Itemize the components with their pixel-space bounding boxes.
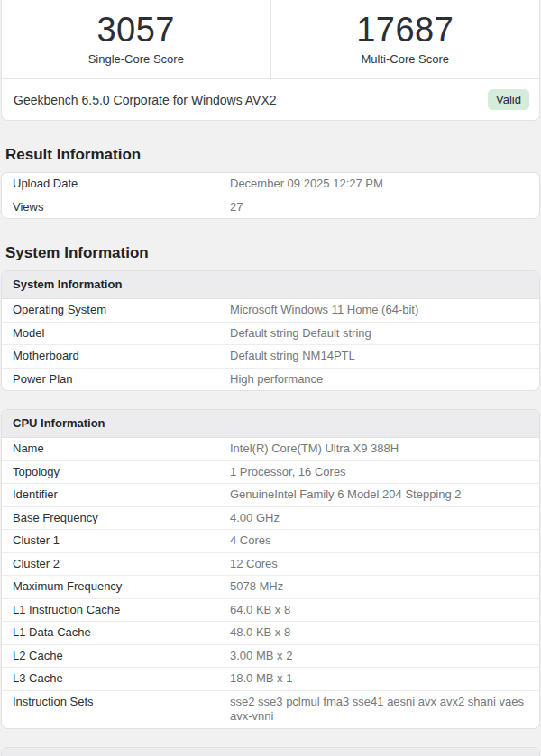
- table-row: Cluster 212 Cores: [2, 552, 539, 576]
- row-label: Model: [2, 323, 230, 345]
- row-label: Motherboard: [2, 345, 230, 368]
- row-label: Cluster 1: [2, 530, 230, 552]
- row-label: Name: [2, 438, 230, 460]
- table-row: L3 Cache18.0 MB x 1: [2, 667, 539, 690]
- table-row: Cluster 14 Cores: [2, 529, 539, 552]
- row-label: Cluster 2: [2, 553, 230, 576]
- row-value: High performance: [230, 369, 539, 391]
- row-label: Instruction Sets: [2, 691, 230, 714]
- row-label: Base Frequency: [2, 507, 230, 530]
- result-information-heading: Result Information: [5, 146, 541, 164]
- row-value: 12 Cores: [230, 553, 539, 576]
- row-value: 5078 MHz: [230, 576, 539, 598]
- row-value: 48.0 KB x 8: [230, 622, 539, 644]
- benchmark-version-row: Geekbench 6.5.0 Corporate for Windows AV…: [2, 79, 539, 120]
- row-value: 4 Cores: [230, 530, 539, 552]
- multi-core-score-cell: 17687 Multi-Core Score: [271, 0, 540, 78]
- single-core-score-cell: 3057 Single-Core Score: [2, 0, 271, 78]
- multi-core-score-value: 17687: [271, 12, 540, 49]
- table-row: Instruction Setssse2 sse3 pclmul fma3 ss…: [2, 690, 539, 728]
- table-row: Maximum Frequency5078 MHz: [2, 575, 539, 598]
- row-label: Upload Date: [2, 173, 230, 196]
- table-row: IdentifierGenuineIntel Family 6 Model 20…: [2, 483, 539, 506]
- row-label: Identifier: [2, 484, 230, 506]
- cpu-information-card: CPU InformationNameIntel(R) Core(TM) Ult…: [1, 409, 540, 729]
- system-information-card: System InformationOperating SystemMicros…: [1, 270, 540, 391]
- row-value: 3.00 MB x 2: [230, 645, 539, 668]
- status-badge: Valid: [488, 89, 529, 110]
- table-row: Base Frequency4.00 GHz: [2, 506, 539, 530]
- score-row: 3057 Single-Core Score 17687 Multi-Core …: [2, 0, 539, 79]
- table-row: L1 Data Cache48.0 KB x 8: [2, 621, 539, 644]
- system-information-heading: System Information: [5, 244, 541, 262]
- row-label: Operating System: [2, 299, 230, 322]
- table-row: MotherboardDefault string NM14PTL: [2, 344, 539, 368]
- row-value: GenuineIntel Family 6 Model 204 Stepping…: [230, 484, 539, 506]
- table-section-header: System Information: [2, 271, 539, 299]
- benchmark-version-text: Geekbench 6.5.0 Corporate for Windows AV…: [14, 93, 277, 107]
- table-row: L2 Cache3.00 MB x 2: [2, 644, 539, 668]
- table-section-header: CPU Information: [2, 410, 539, 438]
- single-core-score-value: 3057: [2, 12, 270, 49]
- row-label: L1 Instruction Cache: [2, 599, 230, 622]
- row-value: 4.00 GHz: [230, 507, 539, 530]
- table-row: Operating SystemMicrosoft Windows 11 Hom…: [2, 299, 539, 322]
- row-value: sse2 sse3 pclmul fma3 sse41 aesni avx av…: [230, 691, 539, 728]
- row-value: 64.0 KB x 8: [230, 599, 539, 622]
- row-value: December 09 2025 12:27 PM: [230, 173, 539, 196]
- row-label: Topology: [2, 461, 230, 484]
- table-row: ModelDefault string Default string: [2, 322, 539, 345]
- table-row: Views27: [2, 196, 539, 219]
- table-row: NameIntel(R) Core(TM) Ultra X9 388H: [2, 438, 539, 460]
- result-information-card: Upload DateDecember 09 2025 12:27 PMView…: [1, 172, 540, 219]
- row-label: Maximum Frequency: [2, 576, 230, 598]
- row-value: Microsoft Windows 11 Home (64-bit): [230, 299, 539, 322]
- row-value: Default string Default string: [230, 323, 539, 345]
- score-summary-card: 3057 Single-Core Score 17687 Multi-Core …: [1, 0, 540, 121]
- multi-core-score-label: Multi-Core Score: [271, 52, 540, 67]
- row-label: Power Plan: [2, 369, 230, 391]
- single-core-score-label: Single-Core Score: [2, 52, 270, 67]
- table-row: Topology1 Processor, 16 Cores: [2, 460, 539, 484]
- table-row: Power PlanHigh performance: [2, 368, 539, 391]
- row-label: Views: [2, 196, 230, 219]
- row-value: 18.0 MB x 1: [230, 668, 539, 690]
- row-label: L1 Data Cache: [2, 622, 230, 644]
- row-value: 27: [230, 196, 539, 219]
- table-row: Upload DateDecember 09 2025 12:27 PM: [2, 173, 539, 196]
- row-value: Default string NM14PTL: [230, 345, 539, 368]
- table-row: L1 Instruction Cache64.0 KB x 8: [2, 598, 539, 622]
- row-label: L3 Cache: [2, 668, 230, 690]
- row-value: Intel(R) Core(TM) Ultra X9 388H: [230, 438, 539, 460]
- table-section-header: Memory Information: [2, 748, 539, 756]
- memory-information-card: Memory InformationSize63.50 GB: [1, 747, 540, 756]
- row-value: 1 Processor, 16 Cores: [230, 461, 539, 484]
- row-label: L2 Cache: [2, 645, 230, 668]
- geekbench-result-page: 3057 Single-Core Score 17687 Multi-Core …: [0, 0, 541, 756]
